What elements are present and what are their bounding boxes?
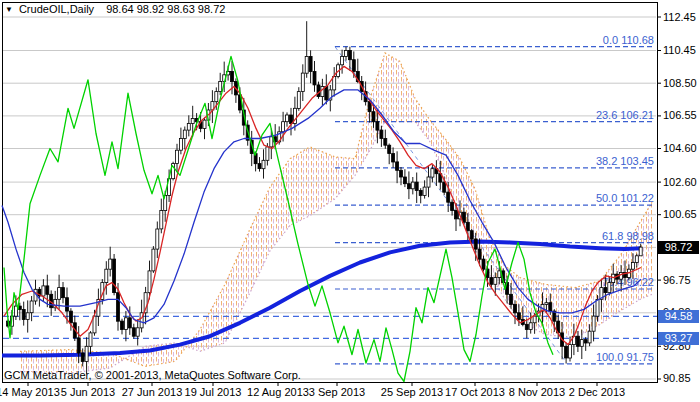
- candle-down: [313, 72, 316, 85]
- candle-up: [345, 51, 348, 57]
- candle-up: [282, 122, 285, 132]
- candle-up: [631, 263, 634, 270]
- candle-up: [152, 249, 155, 271]
- candle-down: [443, 182, 446, 192]
- candle-up: [286, 115, 289, 122]
- candle-down: [62, 288, 65, 298]
- candle-up: [596, 299, 599, 316]
- candle-up: [179, 139, 182, 151]
- candle-down: [604, 288, 607, 293]
- candle-up: [266, 147, 269, 160]
- candle-up: [215, 92, 218, 102]
- candle-down: [352, 60, 355, 72]
- candle-up: [305, 56, 308, 73]
- candle-down: [517, 313, 520, 320]
- candle-down: [407, 184, 410, 189]
- candle-down: [46, 286, 49, 294]
- candle-down: [113, 259, 116, 293]
- candle-down: [584, 340, 587, 343]
- candle-down: [372, 112, 375, 122]
- candle-down: [66, 298, 69, 311]
- candle-down: [466, 222, 469, 230]
- candle-down: [470, 231, 473, 239]
- candle-up: [297, 92, 300, 109]
- candle-down: [455, 211, 458, 219]
- candle-down: [117, 293, 120, 322]
- candle-up: [262, 160, 265, 168]
- candle-up: [270, 137, 273, 147]
- candle-down: [388, 145, 391, 153]
- candle-up: [176, 150, 179, 163]
- candle-down: [474, 239, 477, 249]
- candle-down: [415, 182, 418, 190]
- candle-down: [309, 56, 312, 71]
- candle-up: [580, 340, 583, 347]
- candle-down: [478, 249, 481, 259]
- fib-level-label: 61.8 98.98: [602, 230, 654, 242]
- candle-down: [128, 318, 131, 328]
- candle-up: [26, 313, 29, 320]
- candle-down: [132, 328, 135, 336]
- chart-canvas[interactable]: 0.0 110.6823.6 106.2138.2 103.4550.0 101…: [0, 0, 700, 402]
- candle-down: [549, 303, 552, 311]
- candle-up: [124, 318, 127, 330]
- candle-up: [592, 316, 595, 331]
- candle-up: [341, 56, 344, 64]
- candle-down: [482, 259, 485, 269]
- candle-up: [148, 271, 151, 293]
- candle-down: [69, 311, 72, 323]
- candle-up: [30, 301, 33, 313]
- candle-up: [411, 182, 414, 189]
- candle-down: [514, 304, 517, 312]
- fib-level-label: 0.0 110.68: [603, 34, 654, 46]
- candle-up: [639, 247, 642, 256]
- candle-down: [490, 278, 493, 285]
- candle-down: [258, 164, 261, 169]
- candle-down: [121, 321, 124, 329]
- candle-up: [42, 286, 45, 296]
- candle-down: [380, 130, 383, 138]
- candle-down: [384, 139, 387, 146]
- candle-up: [191, 118, 194, 123]
- candle-down: [510, 294, 513, 304]
- candle-down: [22, 309, 25, 319]
- candle-up: [608, 283, 611, 293]
- candle-up: [333, 77, 336, 90]
- candle-up: [431, 169, 434, 177]
- candle-up: [160, 211, 163, 229]
- candle-down: [376, 122, 379, 130]
- candle-down: [325, 87, 328, 100]
- fib-level-label: 50.0 101.22: [596, 192, 654, 204]
- candle-down: [290, 115, 293, 123]
- candle-down: [451, 202, 454, 210]
- candle-down: [576, 336, 579, 346]
- candle-down: [317, 85, 320, 97]
- candle-up: [612, 274, 615, 282]
- candle-down: [231, 72, 234, 82]
- candle-down: [403, 177, 406, 184]
- candle-down: [400, 170, 403, 177]
- candle-up: [635, 256, 638, 263]
- candle-up: [187, 123, 190, 130]
- candle-down: [525, 325, 528, 330]
- candle-up: [85, 346, 88, 361]
- candle-up: [569, 345, 572, 358]
- fib-level-label: 100.0 91.75: [596, 351, 654, 363]
- candle-up: [427, 177, 430, 187]
- candle-down: [81, 353, 84, 361]
- candle-up: [301, 73, 304, 91]
- candle-up: [183, 130, 186, 138]
- candle-down: [348, 51, 351, 60]
- candle-up: [529, 323, 532, 330]
- candle-up: [109, 259, 112, 269]
- candle-up: [58, 288, 61, 300]
- candle-down: [447, 192, 450, 202]
- candle-up: [156, 229, 159, 249]
- candle-up: [89, 333, 92, 346]
- fib-level-label: 23.6 106.21: [596, 109, 654, 121]
- chart-window: 0.0 110.6823.6 106.2138.2 103.4550.0 101…: [0, 0, 700, 402]
- candle-up: [545, 303, 548, 305]
- candle-down: [419, 190, 422, 195]
- candle-up: [136, 328, 139, 336]
- candle-down: [392, 154, 395, 162]
